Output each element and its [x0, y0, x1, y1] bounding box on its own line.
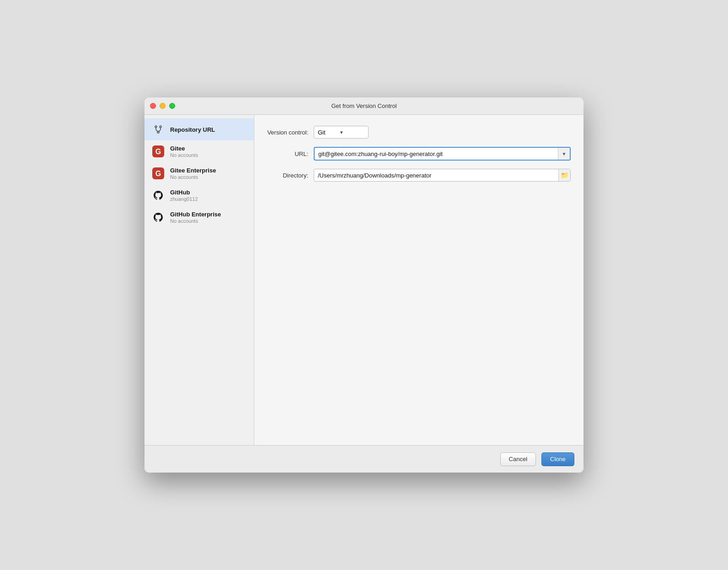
- version-control-value: Git: [318, 129, 326, 136]
- url-label: URL:: [267, 151, 308, 157]
- minimize-button[interactable]: [160, 103, 166, 109]
- url-input[interactable]: [315, 148, 558, 160]
- window-controls: [150, 103, 175, 109]
- version-control-label: Version control:: [267, 129, 308, 136]
- github-icon: [152, 189, 165, 202]
- window-title: Get from Version Control: [331, 102, 396, 109]
- sidebar-repository-url-text: Repository URL: [170, 126, 215, 133]
- url-row: URL: ▼: [267, 147, 571, 161]
- clone-button[interactable]: Clone: [541, 452, 574, 466]
- version-control-row: Version control: Git ▼: [267, 126, 571, 139]
- sidebar-gitee-label: Gitee: [170, 145, 198, 152]
- sidebar-item-gitee-enterprise[interactable]: G Gitee Enterprise No accounts: [145, 162, 254, 184]
- url-input-wrapper: ▼: [314, 147, 571, 161]
- sidebar-repository-url-label: Repository URL: [170, 126, 215, 133]
- sidebar-github-enterprise-subtitle: No accounts: [170, 218, 221, 224]
- sidebar-github-enterprise-label: GitHub Enterprise: [170, 211, 221, 218]
- sidebar-github-label: GitHub: [170, 189, 198, 196]
- gitee-enterprise-icon: G: [152, 167, 165, 180]
- directory-label: Directory:: [267, 172, 308, 179]
- sidebar-github-subtitle: zhuang0112: [170, 196, 198, 202]
- sidebar-gitee-text: Gitee No accounts: [170, 145, 198, 158]
- svg-text:G: G: [155, 170, 161, 177]
- directory-browse-button[interactable]: 📁: [558, 169, 570, 181]
- gitee-icon: G: [152, 145, 165, 158]
- sidebar: Repository URL G Gitee No accounts: [145, 115, 254, 445]
- sidebar-item-github[interactable]: GitHub zhuang0112: [145, 184, 254, 206]
- sidebar-item-github-enterprise[interactable]: GitHub Enterprise No accounts: [145, 206, 254, 228]
- version-control-select[interactable]: Git ▼: [314, 126, 369, 139]
- svg-text:G: G: [155, 148, 161, 156]
- url-dropdown-button[interactable]: ▼: [558, 148, 570, 160]
- folder-icon: 📁: [561, 172, 568, 179]
- close-button[interactable]: [150, 103, 156, 109]
- main-window: Get from Version Control Repository URL: [145, 97, 583, 473]
- bottom-bar: Cancel Clone: [145, 445, 583, 473]
- sidebar-item-repository-url[interactable]: Repository URL: [145, 118, 254, 140]
- cancel-button[interactable]: Cancel: [500, 452, 536, 466]
- sidebar-gitee-enterprise-text: Gitee Enterprise No accounts: [170, 167, 216, 180]
- content-area: Repository URL G Gitee No accounts: [145, 115, 583, 445]
- github-enterprise-icon: [152, 211, 165, 224]
- directory-input[interactable]: [314, 169, 558, 181]
- sidebar-gitee-enterprise-subtitle: No accounts: [170, 174, 216, 180]
- main-panel: Version control: Git ▼ URL: ▼ Directory:: [254, 115, 583, 445]
- sidebar-item-gitee[interactable]: G Gitee No accounts: [145, 140, 254, 162]
- titlebar: Get from Version Control: [145, 97, 583, 115]
- maximize-button[interactable]: [169, 103, 175, 109]
- sidebar-github-enterprise-text: GitHub Enterprise No accounts: [170, 211, 221, 224]
- version-control-arrow-icon: ▼: [339, 130, 344, 135]
- sidebar-gitee-enterprise-label: Gitee Enterprise: [170, 167, 216, 174]
- sidebar-github-text: GitHub zhuang0112: [170, 189, 198, 202]
- sidebar-gitee-subtitle: No accounts: [170, 152, 198, 158]
- fork-icon: [152, 123, 165, 136]
- directory-row: Directory: 📁: [267, 169, 571, 182]
- directory-input-wrapper: 📁: [314, 169, 571, 182]
